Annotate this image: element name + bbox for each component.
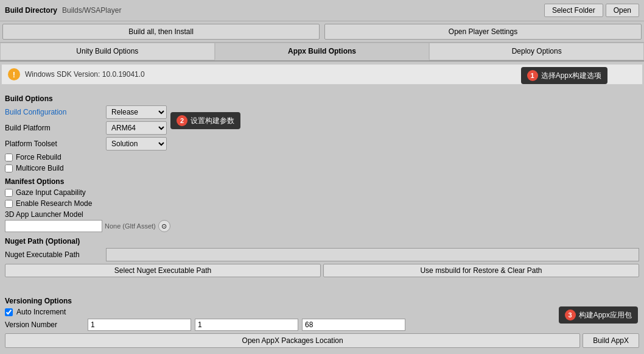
nuget-executable-row: Nuget Executable Path: [5, 248, 639, 261]
callout-1-text: 选择Appx构建选项: [541, 71, 601, 81]
platform-toolset-label: Platform Toolset: [5, 140, 102, 148]
callout-3: 3 构建Appx应用包: [559, 306, 638, 324]
auto-increment-row: Auto Increment: [5, 308, 639, 316]
tab-appx-build-options[interactable]: Appx Build Options: [215, 43, 430, 60]
player-settings-button[interactable]: Open Player Settings: [324, 24, 642, 40]
app-launcher-row: None (Gltf Asset) ⊙: [5, 220, 639, 232]
tab-deploy-options[interactable]: Deploy Options: [429, 43, 644, 60]
app-launcher-input[interactable]: [5, 220, 102, 232]
callout-1-badge: 1: [527, 70, 538, 81]
app-launcher-browse-button[interactable]: ⊙: [158, 220, 170, 232]
enable-research-checkbox[interactable]: [5, 200, 13, 208]
action-bar: Build all, then Install Open Player Sett…: [0, 21, 644, 43]
open-button[interactable]: Open: [606, 4, 639, 17]
build-configuration-row: Build Configuration Release Debug Master…: [5, 105, 639, 119]
enable-research-label: Enable Research Mode: [16, 199, 92, 208]
force-rebuild-row: Force Rebuild: [5, 153, 639, 161]
tabs-container: Unity Build Options Appx Build Options D…: [0, 43, 644, 62]
build-platform-row: Build Platform ARM64 x86 x64 ARM: [5, 121, 639, 135]
enable-research-row: Enable Research Mode: [5, 199, 639, 208]
app-launcher-label: 3D App Launcher Model: [5, 210, 83, 219]
version-number-label: Version Number: [5, 320, 84, 329]
content-area: Build Options Build Configuration Releas…: [0, 87, 644, 282]
build-directory-label: Build Directory: [5, 6, 57, 15]
main-container: Build Directory Builds/WSAPlayer Select …: [0, 0, 644, 354]
callout-3-badge: 3: [565, 310, 576, 320]
multicore-build-row: Multicore Build: [5, 164, 639, 172]
appx-bottom-buttons: Open AppX Packages Location Build AppX: [5, 333, 639, 348]
version-number-row: Version Number: [5, 319, 639, 331]
build-options-header: Build Options: [5, 94, 639, 103]
nuget-executable-input[interactable]: [106, 248, 639, 261]
build-directory-path: Builds/WSAPlayer: [62, 6, 539, 15]
force-rebuild-label: Force Rebuild: [16, 153, 61, 161]
use-msbuild-button[interactable]: Use msbuild for Restore & Clear Path: [323, 264, 639, 277]
auto-increment-label: Auto Increment: [16, 308, 66, 316]
tab-unity-build-options[interactable]: Unity Build Options: [0, 43, 215, 60]
multicore-build-label: Multicore Build: [16, 164, 64, 172]
build-appx-button[interactable]: Build AppX: [583, 333, 639, 348]
build-configuration-label: Build Configuration: [5, 108, 102, 116]
manifest-options-header: Manifest Options: [5, 177, 639, 186]
build-all-button[interactable]: Build all, then Install: [2, 24, 320, 40]
callout-2-badge: 2: [177, 115, 187, 126]
callout-2: 2 设置构建参数: [170, 112, 240, 129]
warning-icon: !: [8, 68, 20, 80]
select-folder-button[interactable]: Select Folder: [544, 4, 603, 17]
top-bar: Build Directory Builds/WSAPlayer Select …: [0, 0, 644, 21]
build-platform-select[interactable]: ARM64 x86 x64 ARM: [106, 121, 167, 135]
bottom-section: Versioning Options Auto Increment Versio…: [0, 288, 644, 354]
platform-toolset-select[interactable]: Solution v141 v142: [106, 137, 167, 150]
callout-2-text: 设置构建参数: [191, 116, 234, 126]
force-rebuild-checkbox[interactable]: [5, 154, 13, 161]
auto-increment-checkbox[interactable]: [5, 308, 13, 316]
build-platform-label: Build Platform: [5, 124, 102, 132]
version-number-v1-input[interactable]: [88, 319, 191, 331]
nuget-path-header: Nuget Path (Optional): [5, 237, 639, 246]
versioning-options-header: Versioning Options: [5, 297, 639, 305]
app-launcher-section: 3D App Launcher Model: [5, 210, 639, 219]
callout-3-text: 构建Appx应用包: [579, 310, 632, 320]
version-number-v2-input[interactable]: [195, 319, 298, 331]
nuget-buttons-row: Select Nuget Executable Path Use msbuild…: [5, 264, 639, 277]
version-number-v3-input[interactable]: [302, 319, 405, 331]
platform-toolset-row: Platform Toolset Solution v141 v142: [5, 137, 639, 150]
open-packages-location-button[interactable]: Open AppX Packages Location: [5, 333, 580, 348]
build-configuration-select[interactable]: Release Debug Master MasterWithLTCG: [106, 105, 167, 119]
top-bar-buttons: Select Folder Open: [544, 4, 639, 17]
app-launcher-value: None (Gltf Asset): [105, 222, 156, 230]
multicore-build-checkbox[interactable]: [5, 165, 13, 172]
select-nuget-button[interactable]: Select Nuget Executable Path: [5, 264, 321, 277]
nuget-executable-label: Nuget Executable Path: [5, 250, 102, 259]
gaze-input-label: Gaze Input Capability: [16, 188, 86, 197]
callout-1: 1 选择Appx构建选项: [521, 67, 607, 84]
gaze-input-row: Gaze Input Capability: [5, 188, 639, 197]
warning-text: Windows SDK Version: 10.0.19041.0: [25, 70, 145, 79]
gaze-input-checkbox[interactable]: [5, 189, 13, 197]
